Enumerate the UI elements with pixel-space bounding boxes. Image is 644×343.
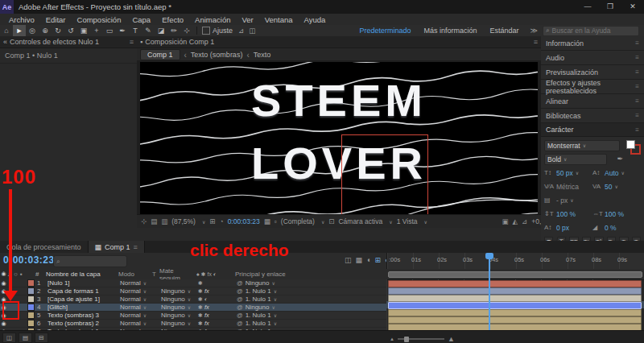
layer-bar-capa-de-ajuste-1[interactable] — [388, 295, 642, 302]
font-style-select[interactable]: Bold∨ — [544, 154, 607, 165]
hand-tool-icon[interactable]: ◎ — [26, 25, 39, 36]
panel-caracter[interactable]: Carácter≡ — [541, 123, 644, 137]
pen-tool-icon[interactable]: ✒ — [116, 25, 129, 36]
layer-switches[interactable]: ✱ fx — [198, 320, 230, 327]
panel-bibliotecas[interactable]: Bibliotecas≡ — [541, 109, 644, 123]
kerning-value[interactable]: Métrica — [556, 183, 579, 191]
matte-select[interactable]: Ninguno∨ — [161, 312, 198, 319]
panel-informacion[interactable]: Información≡ — [541, 36, 644, 51]
parent-select[interactable]: 1. Nulo 1∨ — [246, 295, 277, 303]
home-icon[interactable]: ⌂ — [0, 25, 13, 36]
maximize-button[interactable]: ❐ — [599, 0, 621, 14]
layer-color-swatch[interactable] — [27, 304, 35, 311]
panel-efectos-ajustes[interactable]: Efectos y ajustes preestablecidos≡ — [541, 80, 644, 94]
menu-capa[interactable]: Capa — [126, 15, 156, 24]
panel-audio[interactable]: Audio≡ — [541, 51, 644, 65]
column-layer-name[interactable]: Nombre de la capa — [46, 271, 118, 278]
tab-cola-de-procesamiento[interactable]: Cola de procesamiento — [0, 241, 89, 253]
parent-select[interactable]: Ninguno∨ — [246, 304, 275, 311]
shape-tool-icon[interactable]: ▭ — [103, 25, 116, 36]
font-size-value[interactable]: 50 px — [556, 169, 573, 177]
pickwhip-icon[interactable]: @ — [237, 287, 243, 295]
magnification-icon[interactable]: ▥ — [161, 217, 167, 225]
snap-checkbox[interactable] — [202, 27, 210, 35]
panel-collapse-icon[interactable]: « — [3, 38, 7, 46]
eraser-tool-icon[interactable]: ◪ — [155, 25, 167, 36]
mode-select[interactable]: Normal∨ — [120, 304, 154, 311]
work-area-bar[interactable] — [388, 271, 642, 278]
layer-switches[interactable]: ✱ ◐ — [198, 296, 230, 303]
layer-bar-texto-sombras-2[interactable] — [388, 316, 642, 324]
mode-select[interactable]: Normal∨ — [120, 287, 154, 295]
help-search-input[interactable] — [551, 27, 641, 35]
in-out-toggle-icon[interactable]: ⊟ — [35, 333, 48, 343]
panel-menu-icon[interactable]: ≡ — [130, 38, 134, 46]
close-button[interactable]: ✕ — [621, 0, 644, 14]
orbit-camera-tool-icon[interactable]: ↻ — [52, 25, 64, 36]
workspace-estandar[interactable]: Estándar — [490, 27, 519, 35]
timeline-search-input[interactable] — [60, 257, 151, 266]
viewer-current-time[interactable]: 0:00:03:23 — [228, 217, 260, 225]
draft-3d-icon[interactable]: ▦ — [356, 256, 363, 264]
tab-comp-1[interactable]: ▦Comp 1≡ — [89, 241, 145, 253]
horizontal-scale-value[interactable]: 100 % — [605, 210, 624, 218]
minimize-button[interactable]: — — [576, 0, 599, 14]
matte-select[interactable]: Ninguno∨ — [161, 287, 198, 295]
transfer-controls-toggle-icon[interactable]: ▤ — [19, 333, 32, 343]
zoom-slider-handle[interactable] — [404, 337, 409, 342]
composition-canvas[interactable]: STEEM LOVER — [140, 62, 538, 225]
layer-name[interactable]: [Glitch] — [47, 304, 120, 311]
menu-composicion[interactable]: Composición — [72, 15, 127, 24]
font-family-select[interactable]: Montserrat∨ — [544, 140, 620, 151]
layer-color-swatch[interactable] — [27, 287, 35, 295]
layer-bar-capa-de-formas-1[interactable] — [388, 287, 642, 295]
snapshot-icon[interactable]: ⊹ — [141, 217, 147, 225]
composition-tab[interactable]: ▪ Composición Comp 1 ≡ — [137, 36, 541, 48]
snap-options-icon[interactable]: ⊿ — [238, 27, 244, 35]
breadcrumb-texto-sombras[interactable]: Texto (sombras) — [191, 51, 243, 59]
column-number[interactable]: # — [35, 271, 46, 278]
menu-archivo[interactable]: Archivo — [3, 15, 40, 24]
zoom-slider[interactable] — [398, 338, 444, 340]
layer-switches[interactable]: ✱ fx — [198, 304, 230, 311]
brush-tool-icon[interactable]: ✎ — [142, 25, 155, 36]
layer-row-glitch[interactable]: ◉ 4 [Glitch] Normal∨ Ninguno∨ ✱ fx @Ning… — [0, 304, 386, 312]
layer-color-swatch[interactable] — [27, 295, 35, 303]
parent-select[interactable]: 1. Nulo 1∨ — [246, 287, 277, 295]
layer-bar-texto-sombras-3[interactable] — [388, 309, 642, 316]
pickwhip-icon[interactable]: @ — [237, 312, 243, 319]
resolution-select[interactable]: (Completa) — [281, 217, 315, 225]
layer-row-texto-sombras-2[interactable]: ◉ 6 Texto (sombras) 2 Normal∨ Ninguno∨ ✱… — [0, 320, 386, 328]
panel-menu-icon[interactable]: ≡ — [534, 38, 538, 46]
type-tool-icon[interactable]: T — [129, 25, 142, 36]
layer-switches[interactable]: ✱ — [198, 280, 230, 287]
layer-name[interactable]: Texto (sombras) 3 — [47, 312, 120, 319]
layer-row-capa-de-formas-1[interactable]: ◉ 2 Capa de formas 1 Normal∨ Ninguno∨ ✱ … — [0, 287, 386, 295]
baseline-shift-value[interactable]: 0 px — [556, 224, 569, 232]
time-ruler[interactable]: :00s 01s 02s 03s 04s 05s 06s 07s 08s 09s — [386, 253, 644, 270]
leading-value[interactable]: Auto — [605, 169, 619, 177]
breadcrumb-comp1[interactable]: Comp 1 — [140, 49, 180, 60]
menu-ver[interactable]: Ver — [236, 15, 258, 24]
zoom-in-mountain-icon[interactable]: ▲ — [448, 335, 455, 343]
tsume-value[interactable]: 0 % — [605, 224, 617, 232]
menu-ventana[interactable]: Ventana — [259, 15, 299, 24]
layer-color-swatch[interactable] — [27, 320, 35, 327]
mode-select[interactable]: Normal∨ — [120, 279, 154, 287]
layer-bar-nulo-1[interactable] — [388, 280, 642, 287]
eye-icon[interactable]: ◉ — [0, 280, 7, 287]
parent-select[interactable]: Ninguno∨ — [246, 279, 275, 287]
region-of-interest-icon[interactable]: ▦ — [264, 217, 270, 225]
workspace-predeterminado[interactable]: Predeterminado — [359, 27, 411, 35]
pickwhip-icon[interactable]: @ — [237, 304, 243, 311]
show-channel-icon[interactable]: ▤ — [151, 217, 157, 225]
column-mode[interactable]: Modo — [118, 271, 152, 278]
menu-efecto[interactable]: Efecto — [156, 15, 189, 24]
menu-animacion[interactable]: Animación — [189, 15, 236, 24]
column-parent-link[interactable]: Principal y enlace — [229, 271, 386, 278]
puppet-pin-tool-icon[interactable]: ⊹ — [180, 25, 193, 36]
layer-name[interactable]: [Nulo 1] — [47, 279, 120, 287]
playhead-line[interactable] — [489, 253, 490, 330]
eyedropper-icon[interactable]: ✒ — [617, 155, 623, 163]
layer-row-nulo-1[interactable]: ◉ 1 [Nulo 1] Normal∨ ✱ @Ninguno∨ — [0, 279, 386, 287]
